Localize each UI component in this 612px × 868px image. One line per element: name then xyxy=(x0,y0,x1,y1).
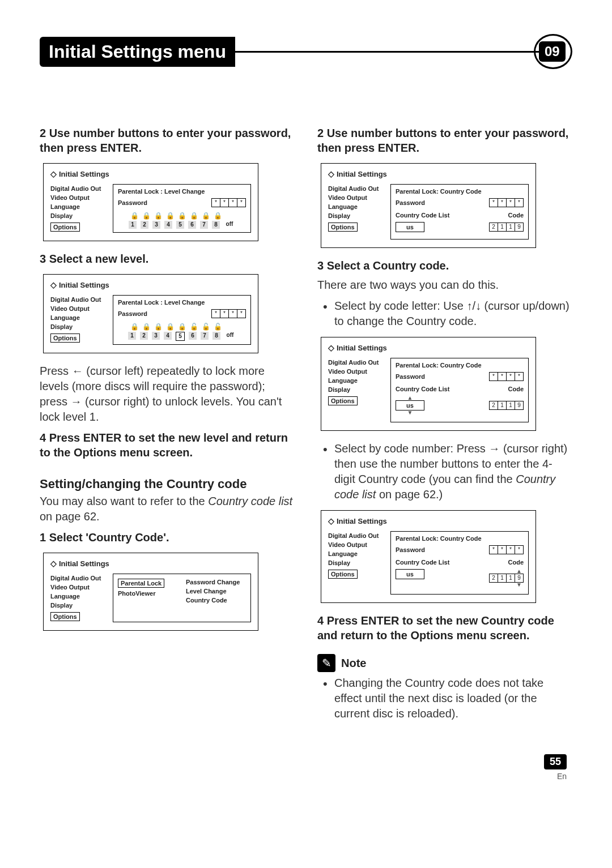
lock-icon: 🔒 xyxy=(214,212,222,220)
ui-panel-options: Initial Settings Digital Audio Out Video… xyxy=(43,553,258,631)
opt-col1: Parental Lock PhotoViewer xyxy=(118,578,178,618)
sidebar-item-options: Options xyxy=(50,333,80,343)
sidebar-item: Video Output xyxy=(50,583,107,592)
arrow-up-icon: ▲ xyxy=(516,569,522,574)
lock-icon: 🔒 xyxy=(178,212,186,220)
ui-main-title: Parental Lock: Country Code xyxy=(396,188,524,195)
note-list: Changing the Country code does not take … xyxy=(317,675,572,721)
sidebar-item: Display xyxy=(328,558,385,567)
num-row: 1 2 3 4 5 6 7 8 off xyxy=(118,332,246,341)
code-label: Code xyxy=(508,212,524,219)
sidebar-item: Video Output xyxy=(328,193,385,202)
header-rule xyxy=(235,51,539,53)
sidebar-item: Digital Audio Out xyxy=(50,295,107,304)
lock-icon: 🔒 xyxy=(130,323,138,331)
num-row: 1 2 3 4 5 6 7 8 off xyxy=(118,221,246,229)
sidebar-item: Display xyxy=(328,385,385,394)
sidebar-item: Digital Audio Out xyxy=(50,184,107,193)
note-row: ✎ Note xyxy=(317,654,572,672)
opt-level-change: Level Change xyxy=(186,587,246,596)
sidebar-item: Display xyxy=(50,211,107,220)
sidebar-item: Digital Audio Out xyxy=(328,184,385,193)
cc-intro: You may also want to refer to the Countr… xyxy=(40,494,295,524)
arrow-down-icon: ▼ xyxy=(516,583,522,587)
password-boxes: **** xyxy=(212,309,246,318)
lock-row: 🔒 🔒 🔒 🔒 🔒 🔒 🔒 🔒 🔒 xyxy=(118,212,246,220)
ui-main: Parental Lock : Level Change Password **… xyxy=(113,184,251,233)
cc-list-label: Country Code List xyxy=(396,212,449,219)
opt-parental-lock: Parental Lock xyxy=(118,579,164,588)
bullet-list: Select by code letter: Use ↑/↓ (cursor u… xyxy=(317,298,572,329)
password-boxes: **** xyxy=(212,198,246,207)
code-label: Code xyxy=(508,559,524,566)
right-step4: 4 Press ENTER to set the new Country cod… xyxy=(317,613,572,643)
opt-country-code: Country Code xyxy=(186,596,246,605)
cc-list-label: Country Code List xyxy=(396,386,449,392)
left-stepcc1: 1 Select 'Country Code'. xyxy=(40,530,295,545)
sidebar-item-options: Options xyxy=(328,396,358,405)
ui-panel-level-2: Initial Settings Digital Audio Out Video… xyxy=(43,274,258,353)
chapter-number: 09 xyxy=(539,41,566,62)
ui-title: Initial Settings xyxy=(50,280,251,289)
off-label: off xyxy=(224,332,236,341)
ui-panel-level-1: Initial Settings Digital Audio Out Video… xyxy=(43,163,258,241)
code-label: Code xyxy=(508,386,524,392)
ui-main-title: Parental Lock : Level Change xyxy=(118,188,246,195)
page-lang: En xyxy=(40,772,567,781)
ui-title: Initial Settings xyxy=(328,516,529,525)
lock-icon: 🔒 xyxy=(166,323,174,331)
sidebar-item-options: Options xyxy=(328,570,358,579)
unlock-icon: 🔓 xyxy=(214,323,222,331)
cc-list-label: Country Code List xyxy=(396,559,449,566)
password-label: Password xyxy=(118,199,147,206)
sidebar-item: Language xyxy=(328,202,385,211)
header-bar: Initial Settings menu 09 xyxy=(40,34,572,69)
page-footer: 55 En xyxy=(40,754,572,781)
arrow-up-icon: ▲ xyxy=(407,396,413,400)
page-number: 55 xyxy=(544,754,567,769)
sidebar-item: Language xyxy=(328,549,385,558)
left-step4: 4 Press ENTER to set the new level and r… xyxy=(40,430,295,460)
right-column: 2 Use number buttons to enter your passw… xyxy=(317,120,572,726)
ui-main-title: Parental Lock: Country Code xyxy=(396,535,524,542)
off-label: off xyxy=(224,221,235,229)
sidebar-item: Video Output xyxy=(50,304,107,313)
password-label: Password xyxy=(118,310,147,317)
bullet-list: Select by code number: Press → (cursor r… xyxy=(317,441,572,502)
left-after3: Press ← (cursor left) repeatedly to lock… xyxy=(40,364,295,425)
ui-title: Initial Settings xyxy=(328,169,529,178)
ui-title: Initial Settings xyxy=(50,169,251,178)
lock-row: 🔒 🔒 🔒 🔒 🔒 🔓 🔓 🔓 🔒 xyxy=(118,323,246,331)
ui-panel-cc-2: Initial Settings Digital Audio Out Video… xyxy=(321,337,536,431)
right-step3: 3 Select a Country code. xyxy=(317,258,572,273)
lock-icon: 🔒 xyxy=(142,212,150,220)
cc-value-us: us xyxy=(396,222,424,232)
ui-panel-cc-3: Initial Settings Digital Audio Out Video… xyxy=(321,510,536,603)
sidebar-item: Digital Audio Out xyxy=(328,358,385,367)
ui-title: Initial Settings xyxy=(328,343,529,352)
password-label: Password xyxy=(396,199,425,206)
sidebar-item: Display xyxy=(328,211,385,220)
sidebar-item: Digital Audio Out xyxy=(328,531,385,540)
left-column: 2 Use number buttons to enter your passw… xyxy=(40,120,295,726)
ui-panel-cc-1: Initial Settings Digital Audio Out Video… xyxy=(321,163,536,248)
lock-icon: 🔒 xyxy=(202,212,210,220)
ui-main-title: Parental Lock: Country Code xyxy=(396,362,524,369)
left-step2: 2 Use number buttons to enter your passw… xyxy=(40,126,295,155)
note-text: Changing the Country code does not take … xyxy=(334,675,572,721)
lock-icon: 🔒 xyxy=(142,323,150,331)
sidebar-item: Display xyxy=(50,601,107,610)
password-boxes: **** xyxy=(490,198,524,207)
chapter-circle: 09 xyxy=(534,34,572,69)
lock-icon: 🔒 xyxy=(166,212,174,220)
lock-icon: 🔒 xyxy=(154,212,162,220)
sidebar-item: Display xyxy=(50,322,107,331)
right-step2: 2 Use number buttons to enter your passw… xyxy=(317,126,572,155)
bullet1: Select by code letter: Use ↑/↓ (cursor u… xyxy=(334,298,572,329)
sidebar-item: Video Output xyxy=(328,367,385,376)
opt-col2: Password Change Level Change Country Cod… xyxy=(186,578,246,618)
lock-icon: 🔒 xyxy=(130,212,138,220)
lock-icon: 🔒 xyxy=(154,323,162,331)
sidebar-item: Language xyxy=(50,202,107,211)
note-label: Note xyxy=(341,657,366,670)
